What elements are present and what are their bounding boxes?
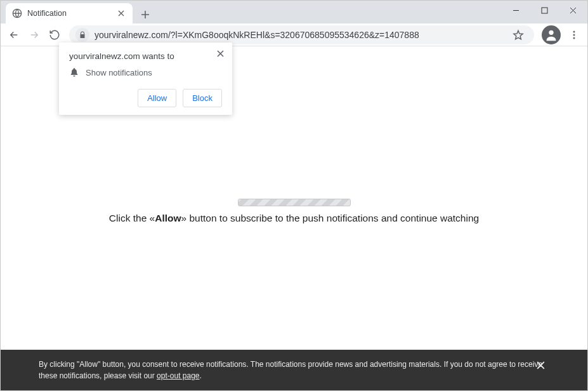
permission-capability-label: Show notifications	[86, 68, 152, 77]
new-tab-button[interactable]	[136, 6, 154, 23]
person-icon	[544, 28, 558, 42]
consent-banner: By clicking "Allow" button, you consent …	[1, 350, 587, 390]
lock-icon	[79, 31, 86, 39]
svg-point-4	[573, 34, 575, 36]
block-button[interactable]: Block	[183, 89, 222, 107]
consent-text-part1: By clicking "Allow" button, you consent …	[39, 360, 542, 380]
address-bar[interactable]: yourviralnewz.com/?l=XKmG8ooqkNkREHl&s=3…	[69, 25, 534, 44]
window-maximize-button[interactable]	[530, 1, 559, 20]
loading-bar	[238, 199, 351, 206]
reload-button[interactable]	[45, 25, 64, 44]
svg-point-5	[573, 37, 575, 39]
site-info-button[interactable]	[75, 28, 89, 42]
dots-vertical-icon	[569, 30, 579, 40]
opt-out-link[interactable]: opt-out page	[157, 371, 199, 380]
back-button[interactable]	[4, 25, 23, 44]
chrome-menu-button[interactable]	[565, 25, 584, 44]
page-message-bold: Allow	[155, 213, 181, 223]
window-close-button[interactable]	[559, 1, 587, 20]
close-icon	[217, 50, 224, 57]
permission-actions: Allow Block	[69, 89, 222, 107]
page-message-suffix: » button to subscribe to the push notifi…	[181, 213, 480, 223]
bookmark-button[interactable]	[509, 25, 528, 44]
svg-point-3	[573, 30, 575, 32]
titlebar: Notification	[1, 1, 587, 23]
profile-button[interactable]	[542, 25, 561, 44]
bell-icon	[69, 67, 79, 77]
forward-button[interactable]	[25, 25, 44, 44]
permission-close-button[interactable]	[214, 48, 226, 59]
globe-icon	[12, 8, 22, 18]
window-minimize-button[interactable]	[502, 1, 530, 20]
consent-close-button[interactable]	[534, 359, 547, 371]
allow-button[interactable]: Allow	[138, 89, 176, 107]
url-text: yourviralnewz.com/?l=XKmG8ooqkNkREHl&s=3…	[95, 30, 504, 40]
page-message-prefix: Click the «	[109, 213, 155, 223]
close-icon	[537, 361, 545, 369]
permission-capability-row: Show notifications	[69, 67, 222, 77]
tab-close-button[interactable]	[116, 8, 126, 18]
page-message: Click the «Allow» button to subscribe to…	[109, 213, 479, 224]
tab-title: Notification	[27, 9, 111, 18]
notification-permission-prompt: yourviralnewz.com wants to Show notifica…	[59, 43, 232, 115]
window-controls	[502, 1, 587, 20]
consent-text: By clicking "Allow" button, you consent …	[39, 359, 549, 381]
svg-rect-1	[542, 8, 547, 13]
browser-tab[interactable]: Notification	[6, 3, 133, 23]
svg-point-2	[549, 30, 553, 34]
permission-origin-text: yourviralnewz.com wants to	[69, 51, 222, 61]
consent-text-part2: .	[200, 371, 202, 380]
